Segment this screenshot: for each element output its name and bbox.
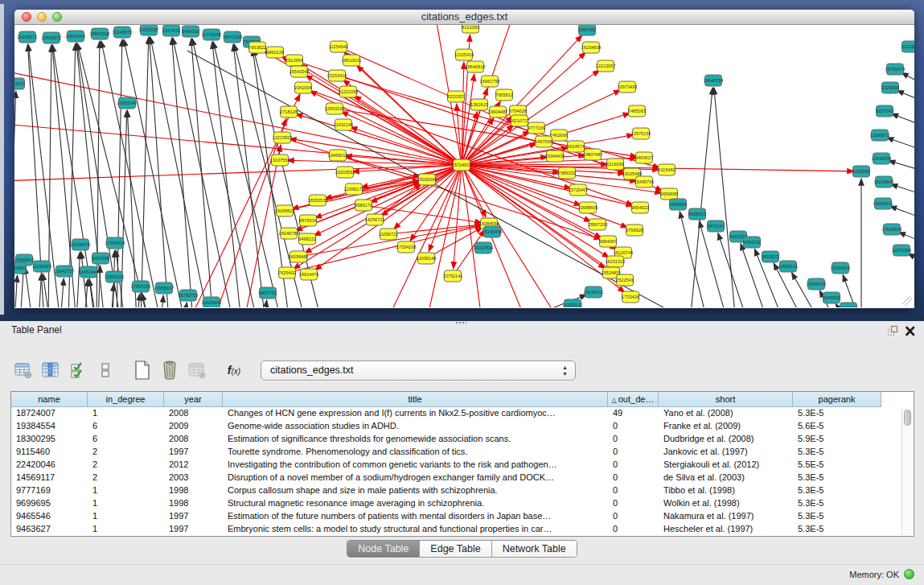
column-header-out-de-[interactable]: △out_de… (608, 392, 659, 407)
network-canvas[interactable]: 2403557120553572206914061894131819346573… (14, 25, 914, 307)
zoom-traffic-light[interactable] (52, 12, 62, 22)
graph-node[interactable]: 6466160 (182, 26, 199, 37)
graph-node[interactable]: 18353535 (308, 195, 328, 206)
graph-node[interactable]: 16961758 (480, 76, 500, 87)
graph-node[interactable]: 9586172 (355, 200, 372, 211)
graph-node[interactable]: 10752141 (443, 270, 463, 282)
graph-node[interactable]: 1733426 (622, 291, 639, 303)
graph-node[interactable]: 2087682 (578, 25, 596, 35)
table-row[interactable]: 1938455462009Genome-wide association stu… (11, 420, 914, 433)
graph-node[interactable]: 19166827 (275, 205, 295, 216)
graph-node[interactable]: 24035571 (18, 31, 38, 43)
column-header-pagerank[interactable]: pagerank (793, 392, 881, 407)
graph-node[interactable]: 9860128 (266, 47, 284, 58)
graph-node[interactable]: 9654923 (631, 202, 649, 213)
graph-node[interactable]: 16648784 (704, 75, 724, 86)
graph-node[interactable]: 7955812 (495, 89, 513, 101)
graph-node[interactable]: 14256721 (365, 214, 385, 225)
graph-node[interactable]: 11056721 (379, 229, 398, 240)
graph-node[interactable]: 16671358 (223, 31, 243, 43)
graph-node[interactable]: 9777169 (528, 122, 545, 134)
graph-node[interactable]: 16203562 (335, 167, 355, 178)
graph-node[interactable]: 11451944 (79, 266, 98, 278)
graph-node[interactable]: 16327834 (474, 242, 494, 253)
graph-node[interactable]: 10973493 (618, 81, 638, 93)
graph-node[interactable]: 12975155 (631, 128, 651, 139)
graph-node[interactable]: 9227343 (876, 105, 893, 117)
table-row[interactable]: 946362711997Embryonic stem cells: a mode… (11, 523, 914, 536)
graph-node[interactable]: 3624574 (567, 141, 585, 152)
graph-node[interactable]: 15692931 (873, 198, 893, 209)
graph-node[interactable]: 1362615 (470, 99, 488, 110)
tab-network-table[interactable]: Network Table (492, 541, 577, 557)
tab-edge-table[interactable]: Edge Table (420, 541, 491, 557)
graph-node[interactable]: 10469012 (328, 150, 348, 161)
graph-node[interactable]: 10958107 (154, 282, 175, 294)
graph-node[interactable]: 2053107 (14, 78, 25, 89)
graph-node[interactable]: 7485063 (628, 105, 646, 117)
graph-node[interactable]: 16151322 (606, 256, 626, 267)
graph-node[interactable]: 1112304 (902, 41, 915, 52)
table-mode-icon[interactable] (11, 358, 35, 382)
graph-node[interactable]: 20206576 (71, 239, 91, 250)
graph-node[interactable]: 16210727 (510, 115, 530, 126)
graph-node[interactable]: 10946422 (807, 278, 827, 290)
graph-node[interactable]: 10807487 (583, 149, 603, 160)
graph-node[interactable]: 18907293 (588, 219, 608, 230)
graph-node[interactable]: 9699695 (660, 188, 678, 200)
graph-node[interactable]: 6879197 (707, 220, 725, 232)
graph-node[interactable]: 18640910 (466, 61, 486, 72)
graph-node[interactable]: 16099489 (289, 251, 309, 262)
table-row[interactable]: 946554611997Estimation of the future num… (11, 510, 914, 523)
graph-node[interactable]: 9245652 (823, 292, 840, 303)
table-row[interactable]: 2242004622012Investigating the contribut… (11, 459, 914, 472)
graph-node[interactable]: 17359928 (105, 237, 125, 249)
graph-node[interactable]: 15145458 (483, 226, 503, 237)
table-row[interactable]: 1830029562008Estimation of significance … (11, 433, 914, 446)
graph-node[interactable]: 12056148 (417, 253, 437, 264)
column-header-in-degree[interactable]: in_degree (88, 392, 164, 407)
graph-node[interactable]: 9498222 (298, 233, 316, 245)
graph-node[interactable]: 3915901 (14, 262, 27, 274)
graph-node[interactable]: 19346573 (113, 27, 133, 38)
graph-node[interactable]: 16543348 (290, 66, 310, 77)
graph-node[interactable]: 13942757 (55, 266, 75, 277)
graph-node[interactable]: 11432145 (334, 119, 353, 130)
graph-node[interactable]: 13107554 (270, 154, 290, 166)
graph-node[interactable]: 15046786 (279, 228, 299, 239)
graph-node[interactable]: 9794152 (743, 237, 761, 248)
column-header-year[interactable]: year (164, 392, 223, 407)
graph-node[interactable]: 6216099 (606, 159, 624, 170)
graph-node[interactable]: 10952101 (778, 261, 799, 272)
graph-node[interactable]: 11325419 (454, 49, 474, 60)
graph-node[interactable]: 7663822 (248, 42, 266, 53)
graph-node[interactable]: 14139141 (584, 286, 604, 298)
table-scrollbar[interactable] (901, 408, 913, 535)
graph-node[interactable]: 9857791 (259, 287, 277, 299)
table-row[interactable]: 1872400712008Changes of HCN gene express… (11, 407, 914, 420)
close-traffic-light[interactable] (22, 12, 31, 22)
graph-node[interactable]: 20553572 (42, 32, 62, 43)
graph-node[interactable]: 2718126 (280, 106, 298, 117)
graph-node[interactable]: 6497568 (535, 136, 552, 147)
column-header-title[interactable]: title (223, 392, 608, 407)
graph-node[interactable]: 15751074 (885, 64, 906, 75)
graph-node[interactable]: 18941318 (90, 28, 110, 39)
graph-node[interactable]: 9756928 (626, 225, 643, 236)
graph-node[interactable]: 12653192 (325, 103, 345, 114)
graph-node[interactable]: 7625402 (278, 267, 296, 278)
function-builder-icon[interactable]: f(x) (222, 358, 246, 382)
table-scrollbar-thumb[interactable] (904, 410, 911, 426)
graph-node[interactable]: 9463627 (635, 152, 653, 163)
graph-node[interactable]: 16154838 (581, 42, 602, 53)
graph-node[interactable]: 17354208 (396, 241, 417, 253)
graph-node[interactable]: 9097588 (92, 253, 109, 264)
graph-node[interactable]: 1640954 (669, 199, 687, 210)
delete-column-icon[interactable] (158, 358, 182, 382)
graph-node[interactable]: 5912954 (285, 55, 303, 66)
graph-node[interactable]: 8215955 (852, 166, 870, 177)
graph-node[interactable]: 11156829 (32, 261, 51, 272)
network-window-titlebar[interactable]: citations_edges.txt (14, 10, 914, 25)
float-panel-icon[interactable] (886, 324, 899, 337)
close-panel-icon[interactable] (904, 324, 917, 337)
